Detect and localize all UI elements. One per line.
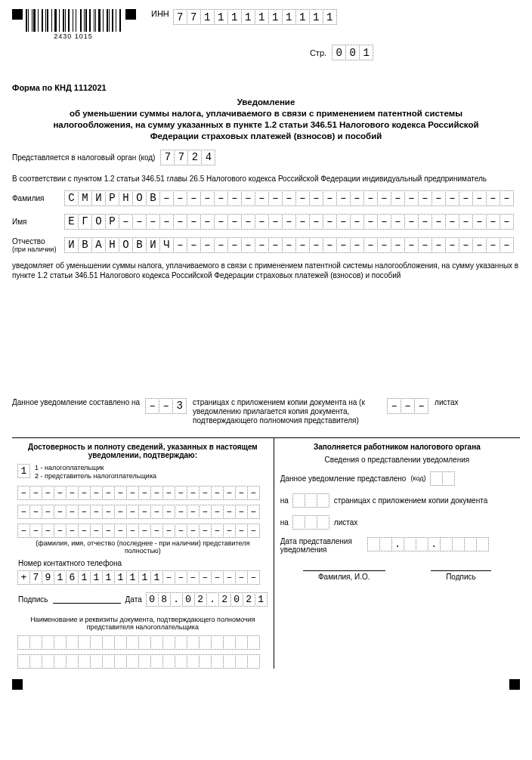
inn-label: ИНН	[151, 9, 169, 18]
confirm-options: 1 - налогоплательщик 2 - представитель н…	[35, 464, 156, 481]
cell: 1	[200, 9, 215, 25]
cell	[459, 214, 473, 230]
left-column: Достоверность и полноту сведений, указан…	[12, 437, 274, 669]
cell	[102, 486, 115, 500]
patronymic-label: Отчество (при наличии)	[12, 237, 57, 253]
cell	[486, 237, 500, 253]
sign-line	[53, 595, 121, 604]
cell: И	[64, 237, 79, 253]
cell	[175, 654, 187, 669]
page-label: Стр.	[310, 48, 326, 57]
cell	[54, 635, 66, 650]
cell: Р	[105, 214, 119, 230]
cell	[323, 190, 337, 206]
cell	[78, 505, 91, 519]
right-l3a: на	[280, 518, 289, 527]
cell	[126, 486, 139, 500]
form-code: Форма по КНД 1112021	[12, 83, 520, 92]
cell	[114, 654, 127, 669]
cell	[200, 237, 215, 253]
cell	[268, 190, 283, 206]
right-pages-2	[305, 493, 317, 508]
document-title: Уведомление об уменьшении суммы налога, …	[12, 97, 520, 142]
cell: 2	[194, 592, 207, 607]
cell	[66, 635, 79, 650]
cell	[404, 190, 419, 206]
cell	[138, 654, 151, 669]
cell	[138, 505, 151, 519]
cell	[90, 505, 103, 519]
patronymic-cells: ИВАНОВИЧ	[65, 237, 514, 253]
cell	[17, 486, 30, 500]
right-code-label: (код)	[410, 474, 425, 482]
cell	[162, 654, 175, 669]
cell	[29, 486, 42, 500]
cell	[90, 486, 103, 500]
title-line-4: Федерации страховых платежей (взносов) и…	[12, 131, 520, 142]
cell: .	[428, 537, 441, 551]
cell	[309, 237, 323, 253]
cell	[211, 486, 224, 500]
right-l2b: страницах с приложением копии документа	[334, 496, 487, 505]
cell: М	[78, 190, 92, 206]
cell	[173, 190, 187, 206]
cell	[187, 654, 200, 669]
cell	[247, 505, 260, 519]
left-heading: Достоверность и полноту сведений, указан…	[18, 443, 268, 459]
marker-square-br	[509, 679, 520, 690]
cell	[404, 237, 419, 253]
fio-sign: Фамилия, И.О. Подпись	[280, 570, 514, 581]
cell: 1	[102, 570, 115, 585]
title-line-2: об уменьшении суммы налога, уплачиваемог…	[12, 108, 520, 119]
cell	[367, 537, 380, 551]
cell: 0	[182, 592, 195, 607]
cell	[445, 190, 459, 206]
cell	[17, 635, 30, 650]
cell	[241, 214, 255, 230]
cell: 2	[243, 592, 255, 607]
cell	[247, 635, 260, 650]
cell: 1	[227, 9, 242, 25]
phone-cells: +79161111111	[18, 570, 268, 585]
cell	[78, 654, 91, 669]
cell	[214, 190, 228, 206]
right-code-1	[430, 471, 443, 486]
cell	[126, 635, 139, 650]
cell	[66, 524, 79, 538]
cell	[445, 237, 459, 253]
cell	[223, 570, 236, 585]
cell	[476, 537, 489, 551]
cell	[223, 486, 236, 500]
cell	[159, 190, 174, 206]
marker-square-tl	[12, 9, 23, 20]
cell	[211, 635, 224, 650]
right-date-cells: ..	[368, 537, 489, 551]
cell	[29, 654, 42, 669]
cell	[247, 654, 260, 669]
cell	[459, 190, 473, 206]
cell	[418, 237, 432, 253]
cell	[132, 214, 147, 230]
cell: .	[391, 537, 404, 551]
cell	[138, 524, 151, 538]
cell	[401, 398, 415, 414]
cell: Н	[119, 190, 133, 206]
cell	[211, 524, 224, 538]
cell	[162, 635, 175, 650]
cell	[214, 237, 228, 253]
cell	[66, 505, 79, 519]
cell	[223, 635, 236, 650]
cell: 4	[201, 150, 215, 165]
cell	[102, 654, 115, 669]
cell	[114, 486, 127, 500]
cell	[211, 505, 224, 519]
cell	[126, 654, 139, 669]
cell	[363, 190, 378, 206]
cell	[54, 524, 66, 538]
cell	[187, 214, 201, 230]
cell: 3	[172, 398, 187, 414]
surname-row: Фамилия СМИРНОВ	[12, 190, 520, 206]
cell	[29, 505, 42, 519]
cell	[282, 214, 296, 230]
rep-line-1	[18, 486, 268, 500]
